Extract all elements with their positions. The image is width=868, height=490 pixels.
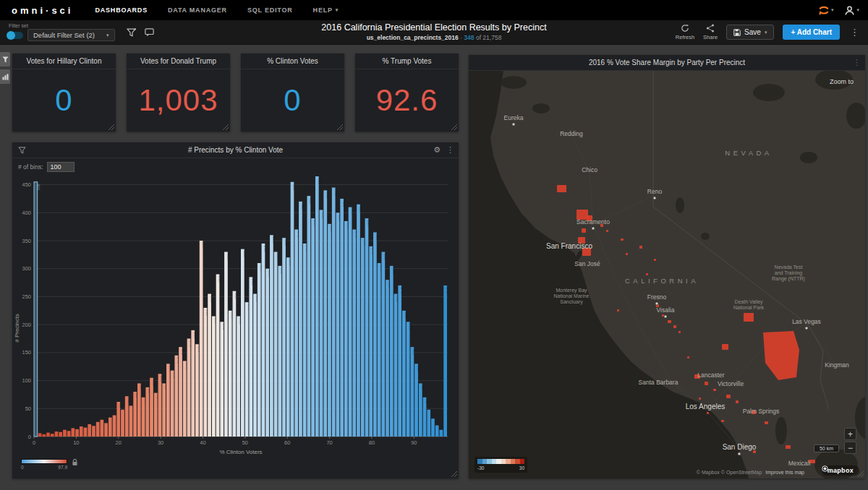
chart-filter-icon[interactable] — [18, 147, 26, 154]
refresh-button[interactable]: Refresh — [676, 24, 694, 40]
histogram-bar[interactable] — [262, 244, 265, 437]
precinct-polygon[interactable] — [765, 421, 768, 424]
histogram-bar[interactable] — [171, 371, 174, 437]
histogram-bar[interactable] — [51, 434, 54, 437]
histogram-bar[interactable] — [386, 280, 389, 437]
zoom-in-button[interactable]: + — [844, 428, 856, 440]
histogram-bar[interactable] — [340, 199, 344, 437]
precinct-polygon[interactable] — [786, 445, 791, 449]
histogram-bar[interactable] — [369, 246, 373, 437]
save-button[interactable]: Save ▾ — [726, 25, 774, 40]
histogram-bar[interactable] — [303, 244, 307, 437]
precinct-polygon[interactable] — [617, 309, 619, 311]
histogram-bar[interactable] — [336, 212, 340, 437]
zoom-to-control[interactable]: Zoom to — [830, 78, 854, 85]
precinct-polygon[interactable] — [582, 228, 586, 233]
histogram-bar[interactable] — [59, 432, 62, 437]
histogram-bar[interactable] — [390, 266, 393, 437]
histogram-bar[interactable] — [208, 294, 211, 437]
histogram-bar[interactable] — [133, 392, 137, 437]
resize-handle[interactable] — [451, 470, 457, 477]
histogram-bar[interactable] — [212, 317, 216, 437]
resize-handle[interactable] — [857, 470, 864, 477]
histogram-plot[interactable]: 0501001502002503003504004504556272809570… — [12, 172, 457, 458]
precinct-polygon[interactable] — [722, 344, 728, 350]
user-menu[interactable]: ▾ — [845, 6, 859, 15]
histogram-bar[interactable] — [38, 433, 42, 437]
precinct-polygon[interactable] — [668, 320, 671, 323]
histogram-bar[interactable] — [378, 263, 381, 437]
nav-item-dashboards[interactable]: DASHBOARDS — [95, 7, 148, 14]
histogram-bar[interactable] — [109, 418, 112, 437]
histogram-bar[interactable] — [311, 218, 315, 437]
nav-item-data-manager[interactable]: DATA MANAGER — [168, 7, 227, 14]
histogram-bar[interactable] — [365, 218, 369, 437]
share-button[interactable]: Share — [703, 24, 718, 40]
histogram-bar[interactable] — [42, 434, 46, 437]
histogram-bar[interactable] — [55, 431, 59, 437]
histogram-bar[interactable] — [249, 277, 252, 437]
add-chart-button[interactable]: + Add Chart — [783, 25, 840, 40]
histogram-bar[interactable] — [286, 257, 290, 437]
histogram-bar[interactable] — [274, 252, 278, 437]
precinct-polygon[interactable] — [687, 356, 689, 358]
histogram-bar[interactable] — [315, 176, 319, 437]
zoom-out-button[interactable]: − — [844, 442, 856, 454]
global-filter-icon[interactable] — [127, 28, 136, 37]
histogram-bar[interactable] — [84, 428, 88, 437]
histogram-bar[interactable] — [344, 221, 348, 437]
histogram-bar[interactable] — [323, 190, 327, 437]
histogram-bar[interactable] — [229, 311, 232, 437]
precinct-polygon[interactable] — [721, 420, 724, 422]
histogram-bar[interactable] — [113, 416, 116, 437]
histogram-bar[interactable] — [150, 378, 153, 437]
histogram-bar[interactable] — [187, 339, 191, 437]
map-canvas[interactable]: EurekaReddingChicoRenoSacramentoSan Fran… — [469, 71, 865, 478]
histogram-bar[interactable] — [299, 202, 302, 437]
histogram-bar[interactable] — [253, 294, 257, 437]
histogram-bar[interactable] — [183, 361, 187, 437]
precinct-polygon[interactable] — [654, 259, 656, 261]
precinct-polygon[interactable] — [621, 238, 624, 241]
filter-set-select[interactable]: Default Filter Set (2) ▾ — [27, 29, 115, 41]
gear-icon[interactable]: ⚙ — [433, 146, 441, 154]
histogram-bar[interactable] — [145, 387, 149, 437]
histogram-bar[interactable] — [402, 311, 406, 437]
mapbox-logo[interactable]: mapbox — [822, 465, 859, 476]
resize-handle[interactable] — [222, 124, 229, 130]
histogram-bar[interactable] — [411, 347, 414, 437]
precinct-polygon[interactable] — [662, 314, 664, 317]
histogram-bar[interactable] — [241, 249, 244, 437]
precinct-polygon[interactable] — [744, 313, 754, 322]
precinct-polygon[interactable] — [606, 230, 608, 232]
histogram-bar[interactable] — [332, 187, 336, 437]
histogram-bar[interactable] — [278, 266, 281, 437]
histogram-bar[interactable] — [398, 285, 401, 437]
histogram-bar[interactable] — [154, 393, 158, 437]
histogram-bar[interactable] — [88, 424, 91, 437]
resize-handle[interactable] — [451, 124, 457, 130]
histogram-bar[interactable] — [328, 224, 331, 437]
chart-kebab-icon[interactable]: ⋮ — [853, 59, 861, 66]
histogram-bar[interactable] — [63, 430, 67, 437]
collapsed-chart-panel-tab[interactable] — [0, 69, 10, 84]
histogram-bar[interactable] — [245, 302, 249, 437]
histogram-bar[interactable] — [224, 252, 228, 437]
histogram-bar[interactable] — [265, 269, 269, 437]
histogram-bar[interactable] — [46, 433, 50, 437]
histogram-bar[interactable] — [220, 322, 224, 437]
nav-item-help[interactable]: HELP▾ — [313, 7, 339, 14]
histogram-bar[interactable] — [233, 291, 237, 437]
precinct-polygon[interactable] — [673, 325, 676, 328]
histogram-bar[interactable] — [431, 418, 435, 437]
histogram-bar[interactable] — [92, 426, 95, 437]
resize-handle[interactable] — [108, 124, 114, 130]
histogram-bar[interactable] — [291, 182, 294, 437]
histogram-bar[interactable] — [282, 238, 286, 437]
resize-handle[interactable] — [336, 124, 343, 130]
histogram-bar[interactable] — [162, 383, 166, 437]
precinct-polygon[interactable] — [557, 185, 566, 192]
precinct-polygon[interactable] — [736, 400, 739, 403]
histogram-bar[interactable] — [200, 241, 203, 437]
filter-set-toggle[interactable] — [7, 32, 23, 39]
